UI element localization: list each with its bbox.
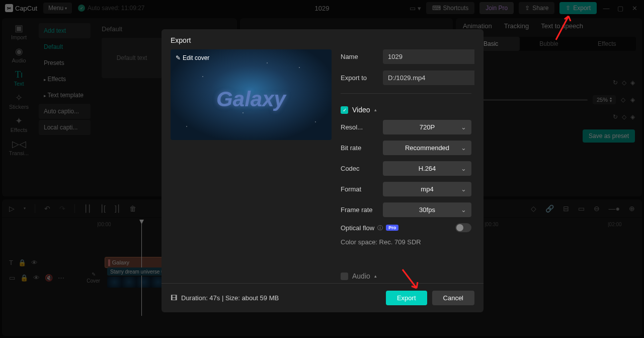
modal-export-button[interactable]: Export [386, 291, 427, 305]
pencil-icon: ✎ [176, 54, 181, 61]
modal-cancel-button[interactable]: Cancel [432, 291, 474, 305]
cover-preview: ✎Edit cover Galaxy [171, 49, 332, 140]
codec-select[interactable]: H.264 [383, 161, 471, 176]
format-label: Format [341, 185, 378, 193]
exportto-label: Export to [341, 74, 378, 82]
bitrate-select[interactable]: Recommended [383, 141, 471, 155]
exportto-input[interactable] [383, 71, 474, 85]
modal-title: Export [162, 29, 484, 49]
caret-icon[interactable]: ▴ [374, 274, 377, 279]
audio-section: Audio [352, 272, 370, 280]
res-label: Resol... [341, 123, 378, 131]
cover-text: Galaxy [216, 87, 286, 111]
fps-select[interactable]: 30fps [383, 202, 471, 217]
format-select[interactable]: mp4 [383, 182, 471, 196]
name-label: Name [341, 53, 378, 60]
caret-icon[interactable]: ▴ [374, 107, 377, 112]
colorspace-info: Color space: Rec. 709 SDR [341, 238, 471, 246]
optical-label: Optical flow [341, 224, 374, 232]
bitrate-label: Bit rate [341, 144, 378, 152]
export-modal: Export ✎Edit cover Galaxy Name Export to… [162, 29, 484, 312]
pro-badge: Pro [386, 225, 398, 231]
video-checkbox[interactable]: ✓ [341, 106, 348, 114]
video-section: Video [352, 106, 370, 114]
fps-label: Frame rate [341, 206, 378, 214]
duration-info: Duration: 47s | Size: about 59 MB [181, 294, 279, 302]
codec-label: Codec [341, 165, 378, 172]
film-icon: 🎞 [171, 294, 177, 302]
resolution-select[interactable]: 720P [383, 120, 471, 134]
info-icon[interactable]: ⓘ [377, 224, 383, 232]
name-input[interactable] [383, 49, 474, 64]
edit-cover-button[interactable]: ✎Edit cover [176, 54, 209, 61]
optical-toggle[interactable] [455, 223, 471, 232]
audio-checkbox[interactable] [341, 273, 348, 280]
